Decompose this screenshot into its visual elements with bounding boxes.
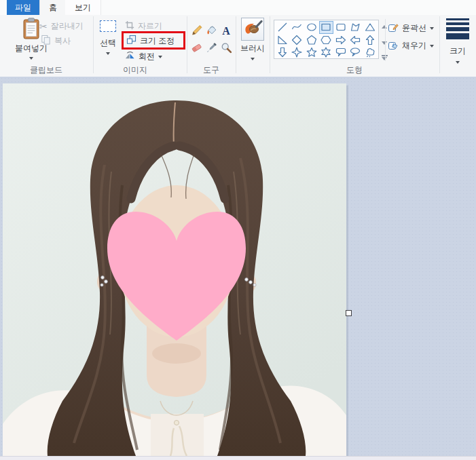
triangle-down-icon bbox=[382, 41, 387, 45]
text-tool-button[interactable]: A bbox=[219, 22, 234, 40]
paste-clipboard-icon bbox=[22, 18, 41, 43]
shape-hexagon-button[interactable] bbox=[319, 34, 334, 47]
shape-callout-oval-button[interactable] bbox=[348, 46, 363, 59]
cut-button[interactable]: ✂ 잘라내기 bbox=[39, 20, 84, 32]
necklace-pendant bbox=[175, 421, 179, 425]
rotate-dropdown-arrow[interactable] bbox=[158, 56, 162, 58]
outline-icon bbox=[388, 22, 399, 35]
triangle-down-icon bbox=[382, 57, 387, 60]
shape-line-icon bbox=[277, 22, 288, 33]
crop-icon bbox=[125, 20, 134, 33]
size-label: 크기 bbox=[450, 45, 466, 57]
eraser-tool-button[interactable] bbox=[189, 40, 204, 58]
shape-pentagon-button[interactable] bbox=[304, 34, 319, 47]
tab-home[interactable]: 홈 bbox=[39, 0, 67, 15]
shape-arrow-down-button[interactable] bbox=[275, 46, 290, 59]
fill-bucket-tool-button[interactable] bbox=[204, 22, 219, 40]
copy-button[interactable]: 복사 bbox=[41, 35, 71, 47]
pencil-tool-button[interactable] bbox=[189, 22, 204, 40]
shape-arrow-right-button[interactable] bbox=[333, 34, 348, 47]
shape-star-4-icon bbox=[291, 47, 302, 58]
status-bar-edge bbox=[0, 456, 476, 460]
rotate-icon bbox=[125, 50, 135, 63]
shape-polygon-icon bbox=[350, 22, 361, 33]
fill-label: 채우기 bbox=[402, 40, 426, 52]
outline-label: 윤곽선 bbox=[402, 22, 426, 34]
shape-pentagon-icon bbox=[306, 35, 317, 45]
fill-dropdown-arrow[interactable] bbox=[430, 45, 434, 47]
clipboard-group-label: 클립보드 bbox=[0, 65, 92, 75]
select-dropdown-arrow[interactable] bbox=[106, 52, 110, 55]
chin-shadow bbox=[152, 343, 201, 364]
shape-star-5-button[interactable] bbox=[304, 46, 319, 59]
shape-triangle-icon bbox=[365, 22, 376, 33]
shapes-expand-button[interactable] bbox=[380, 54, 388, 62]
shape-arrow-left-button[interactable] bbox=[348, 34, 363, 47]
line-size-icon bbox=[445, 18, 470, 43]
shape-rounded-rectangle-button[interactable] bbox=[333, 21, 348, 34]
select-label: 선택 bbox=[100, 37, 116, 49]
magnifier-tool-button[interactable] bbox=[219, 40, 234, 58]
canvas-resize-handle[interactable] bbox=[346, 310, 352, 316]
shape-star-6-button[interactable] bbox=[319, 46, 334, 59]
shape-arrow-down-icon bbox=[277, 47, 288, 58]
shape-callout-rounded-button[interactable] bbox=[333, 46, 348, 59]
fill-bucket-icon bbox=[206, 24, 217, 39]
shape-fill-button[interactable]: 채우기 bbox=[388, 40, 434, 52]
magnifier-icon bbox=[221, 42, 232, 56]
size-dropdown-arrow[interactable] bbox=[456, 61, 460, 64]
tab-bar: 파일 홈 보기 bbox=[0, 0, 476, 16]
shape-diamond-button[interactable] bbox=[290, 34, 305, 47]
shape-triangle-button[interactable] bbox=[363, 21, 378, 34]
shape-ellipse-button[interactable] bbox=[304, 21, 319, 34]
shape-arrow-up-icon bbox=[365, 35, 376, 45]
eraser-icon bbox=[191, 42, 202, 56]
resize-icon bbox=[126, 35, 136, 47]
resize-label: 크기 조정 bbox=[140, 35, 175, 47]
brushes-dropdown-arrow[interactable] bbox=[251, 58, 255, 60]
group-separator bbox=[93, 16, 94, 73]
brushes-label: 브러시 bbox=[240, 43, 265, 54]
group-separator bbox=[236, 16, 236, 73]
rotate-label: 회전 bbox=[139, 51, 155, 62]
outline-dropdown-arrow[interactable] bbox=[430, 27, 434, 30]
brushes-button[interactable]: 브러시 bbox=[238, 18, 268, 60]
shape-callout-cloud-button[interactable] bbox=[363, 46, 378, 59]
tools-group-label: 도구 bbox=[187, 65, 236, 75]
shape-right-triangle-icon bbox=[277, 35, 288, 45]
shape-rectangle-icon bbox=[321, 22, 331, 33]
tab-view[interactable]: 보기 bbox=[65, 0, 101, 15]
shape-right-triangle-button[interactable] bbox=[275, 34, 290, 47]
tools-grid: A bbox=[189, 22, 234, 58]
shape-polygon-button[interactable] bbox=[348, 21, 363, 34]
group-separator bbox=[385, 19, 386, 61]
cut-label: 잘라내기 bbox=[51, 20, 84, 32]
canvas-shadow bbox=[346, 85, 348, 456]
shape-arrow-up-button[interactable] bbox=[363, 34, 378, 47]
image-group-label: 이미지 bbox=[94, 65, 176, 75]
shape-star-4-button[interactable] bbox=[290, 46, 305, 59]
tab-file[interactable]: 파일 bbox=[7, 0, 39, 15]
triangle-up-icon bbox=[382, 25, 387, 28]
select-button[interactable]: 선택 bbox=[95, 20, 121, 55]
rotate-button[interactable]: 회전 bbox=[125, 51, 162, 62]
paste-dropdown-arrow[interactable] bbox=[29, 57, 33, 60]
shape-curve-icon bbox=[291, 22, 302, 33]
shape-curve-button[interactable] bbox=[290, 21, 305, 34]
shape-diamond-icon bbox=[291, 35, 302, 45]
resize-button[interactable]: 크기 조정 bbox=[126, 35, 175, 47]
fill-shape-icon bbox=[388, 39, 399, 53]
eyedropper-tool-button[interactable] bbox=[204, 40, 219, 58]
paint-canvas[interactable] bbox=[3, 83, 346, 456]
shape-ellipse-icon bbox=[306, 22, 317, 33]
shape-outline-button[interactable]: 윤곽선 bbox=[388, 22, 434, 34]
shape-arrow-left-icon bbox=[350, 35, 361, 45]
text-icon: A bbox=[222, 25, 230, 37]
shape-line-button[interactable] bbox=[275, 21, 290, 34]
shape-rectangle-button[interactable] bbox=[319, 21, 334, 34]
shapes-group-label: 도형 bbox=[270, 65, 439, 75]
size-button[interactable]: 크기 bbox=[441, 18, 475, 64]
crop-button[interactable]: 자르기 bbox=[125, 20, 162, 32]
copy-label: 복사 bbox=[54, 35, 71, 47]
shapes-palette bbox=[274, 20, 379, 59]
